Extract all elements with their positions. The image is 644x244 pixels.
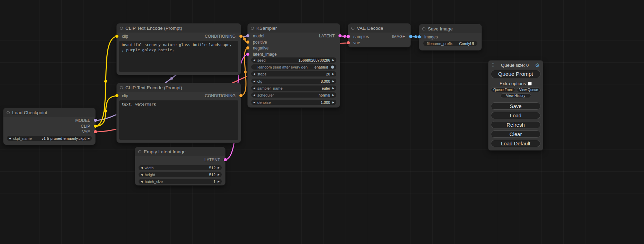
collapse-dot-icon[interactable] (120, 86, 123, 89)
widget-ckpt-name[interactable]: ◀ ckpt_name v1-5-pruned-emaonly.ckpt ▶ (7, 136, 92, 141)
decrement-arrow-icon[interactable]: ◀ (253, 59, 255, 62)
wire-midpoint-dot (104, 110, 107, 112)
output-slot-model[interactable] (94, 119, 97, 122)
decrement-arrow-icon[interactable]: ◀ (253, 80, 255, 83)
queue-front-button[interactable]: Queue Front (491, 88, 515, 92)
collapse-dot-icon[interactable] (251, 27, 254, 30)
load-button[interactable]: Load (491, 112, 540, 119)
increment-arrow-icon[interactable]: ▶ (332, 73, 334, 75)
widget-random-seed-toggle[interactable]: Random seed after every gen enabled (251, 64, 336, 70)
decrement-arrow-icon[interactable]: ◀ (141, 173, 143, 176)
widget-scheduler[interactable]: ◀ scheduler normal ▶ (251, 92, 336, 98)
node-title: KSampler (256, 26, 277, 31)
widget-label: width (145, 166, 154, 170)
input-slot-images[interactable] (418, 35, 421, 38)
increment-arrow-icon[interactable]: ▶ (332, 59, 334, 62)
decrement-arrow-icon[interactable]: ◀ (253, 87, 255, 90)
extra-options-row: Extra options (491, 81, 540, 86)
node-title-bar[interactable]: CLIP Text Encode (Prompt) (117, 83, 241, 92)
increment-arrow-icon[interactable]: ▶ (88, 137, 90, 140)
collapse-dot-icon[interactable] (138, 150, 141, 153)
node-title-bar[interactable]: Load Checkpoint (3, 108, 95, 117)
widget-width[interactable]: ◀ width 512 ▶ (139, 165, 222, 170)
node-title-bar[interactable]: VAE Decode (348, 24, 411, 33)
view-history-button[interactable]: View History (501, 93, 531, 98)
node-title-bar[interactable]: KSampler (248, 24, 340, 33)
widget-seed[interactable]: ◀ seed 156680208700286 ▶ (251, 57, 336, 63)
collapse-dot-icon[interactable] (422, 27, 425, 30)
node-load-checkpoint[interactable]: Load Checkpoint MODEL CLIP VAE ◀ ckpt_na… (3, 108, 95, 145)
increment-arrow-icon[interactable]: ▶ (218, 173, 220, 176)
decrement-arrow-icon[interactable]: ◀ (253, 94, 255, 97)
input-slot-clip[interactable] (115, 35, 118, 38)
toggle-knob-icon[interactable] (331, 65, 334, 69)
node-ksampler[interactable]: KSampler model positive negative latent_… (248, 24, 340, 107)
view-queue-button[interactable]: View Queue (517, 88, 540, 92)
increment-arrow-icon[interactable]: ▶ (218, 180, 220, 183)
collapse-dot-icon[interactable] (7, 111, 10, 114)
node-vae-decode[interactable]: VAE Decode samples vae IMAGE (348, 24, 411, 47)
node-title-bar[interactable]: CLIP Text Encode (Prompt) (117, 24, 241, 33)
decrement-arrow-icon[interactable]: ◀ (141, 166, 143, 169)
decrement-arrow-icon[interactable]: ◀ (9, 137, 11, 140)
node-title-bar[interactable]: Save Image (419, 24, 482, 33)
widget-label: scheduler (257, 93, 274, 97)
wire-midpoint-dot (243, 38, 246, 40)
input-slot-samples[interactable] (347, 35, 350, 38)
load-default-button[interactable]: Load Default (491, 140, 540, 147)
widget-filename-prefix[interactable]: filename_prefix ComfyUI (423, 41, 477, 46)
drag-handle-icon[interactable]: ⠿ (492, 63, 495, 67)
input-slot-latent-image[interactable] (246, 53, 249, 56)
widget-height[interactable]: ◀ height 512 ▶ (139, 172, 222, 177)
extra-options-checkbox[interactable] (528, 82, 532, 85)
decrement-arrow-icon[interactable]: ◀ (141, 180, 143, 183)
widget-label: batch_size (145, 180, 163, 184)
widget-denoise[interactable]: ◀ denoise 1.000 ▶ (251, 100, 336, 105)
output-slot-vae[interactable] (94, 130, 97, 133)
queue-prompt-button[interactable]: Queue Prompt (491, 70, 540, 78)
decrement-arrow-icon[interactable]: ◀ (253, 101, 255, 104)
output-slot-clip[interactable] (94, 125, 97, 128)
node-clip-text-encode-negative[interactable]: CLIP Text Encode (Prompt) clip CONDITION… (117, 83, 241, 143)
increment-arrow-icon[interactable]: ▶ (332, 94, 334, 97)
save-button[interactable]: Save (491, 102, 540, 110)
output-slot-conditioning[interactable] (239, 35, 242, 38)
increment-arrow-icon[interactable]: ▶ (332, 87, 334, 90)
node-save-image[interactable]: Save Image images filename_prefix ComfyU… (419, 24, 482, 50)
input-label-latent-image: latent_image (253, 52, 277, 57)
output-slot-image[interactable] (409, 35, 412, 38)
settings-gear-icon[interactable]: ⚙ (535, 63, 540, 68)
widget-label: cfg (257, 79, 263, 83)
comfy-menu-panel[interactable]: ⠿ Queue size: 0 ⚙ Queue Prompt Extra opt… (488, 61, 543, 150)
prompt-textarea[interactable]: beautiful scenery nature glass bottle la… (119, 41, 238, 72)
prompt-textarea[interactable]: text, watermark (119, 100, 238, 140)
collapse-dot-icon[interactable] (120, 27, 123, 30)
widget-batch-size[interactable]: ◀ batch_size 1 ▶ (139, 179, 222, 184)
node-title-bar[interactable]: Empty Latent Image (135, 147, 225, 156)
refresh-button[interactable]: Refresh (491, 121, 540, 128)
collapse-dot-icon[interactable] (351, 27, 354, 30)
increment-arrow-icon[interactable]: ▶ (332, 101, 334, 104)
widget-label: seed (257, 58, 266, 62)
widget-steps[interactable]: ◀ steps 20 ▶ (251, 71, 336, 76)
decrement-arrow-icon[interactable]: ◀ (253, 73, 255, 75)
output-slot-latent[interactable] (224, 158, 227, 161)
clear-button[interactable]: Clear (491, 130, 540, 138)
node-clip-text-encode-positive[interactable]: CLIP Text Encode (Prompt) clip CONDITION… (117, 24, 241, 75)
output-label-image: IMAGE (392, 34, 405, 39)
widget-value: 1.000 (321, 100, 330, 105)
input-slot-negative[interactable] (246, 46, 249, 49)
increment-arrow-icon[interactable]: ▶ (218, 166, 220, 169)
widget-cfg[interactable]: ◀ cfg 8.000 ▶ (251, 79, 336, 84)
output-label-conditioning: CONDITIONING (205, 34, 236, 39)
output-slot-latent[interactable] (338, 34, 342, 37)
input-slot-clip[interactable] (115, 94, 118, 97)
input-slot-vae[interactable] (347, 41, 350, 44)
output-slot-conditioning[interactable] (239, 94, 242, 97)
node-empty-latent-image[interactable]: Empty Latent Image LATENT ◀ width 512 ▶ … (135, 147, 225, 185)
widget-sampler-name[interactable]: ◀ sampler_name euler ▶ (251, 85, 336, 91)
input-slot-model[interactable] (246, 34, 249, 37)
node-graph-canvas[interactable]: Load Checkpoint MODEL CLIP VAE ◀ ckpt_na… (0, 0, 644, 244)
input-slot-positive[interactable] (246, 40, 249, 44)
increment-arrow-icon[interactable]: ▶ (332, 80, 334, 83)
